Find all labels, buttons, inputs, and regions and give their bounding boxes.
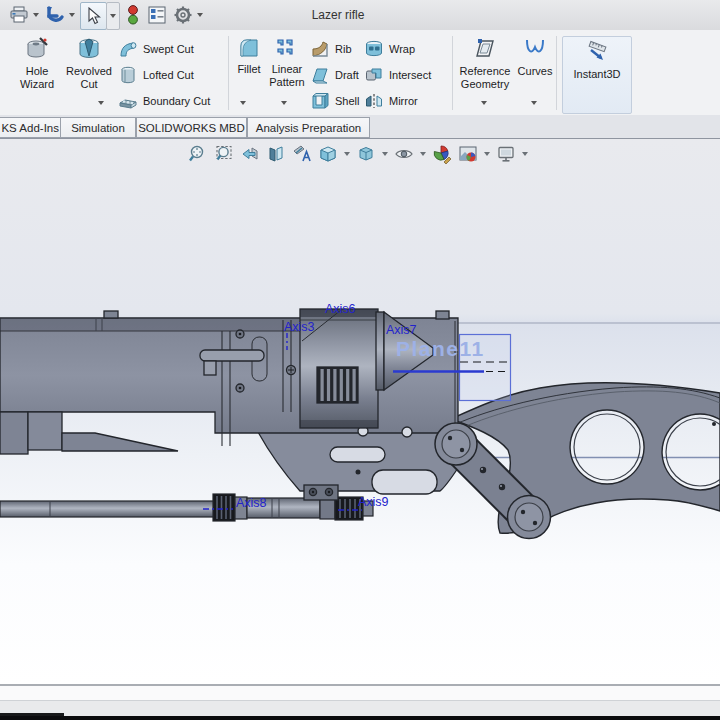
curves-button[interactable]: Curves	[516, 36, 554, 110]
boundary-cut-label: Boundary Cut	[143, 95, 210, 107]
options-button[interactable]	[172, 4, 194, 26]
mirror-icon	[364, 91, 384, 111]
linear-pattern-flyout-arrow[interactable]	[281, 101, 287, 105]
zoom-to-fit-button[interactable]	[186, 142, 210, 166]
heads-up-view-toolbar	[186, 141, 530, 167]
undo-button[interactable]	[44, 4, 66, 26]
draft-label: Draft	[335, 69, 359, 81]
extruded-cut-button-clipped[interactable]: ed	[0, 36, 12, 110]
design-binder-icon	[147, 5, 167, 25]
ribbon-separator	[228, 36, 229, 110]
view-orientation-button[interactable]	[316, 142, 340, 166]
swept-cut-button[interactable]: Swept Cut	[118, 38, 224, 60]
rib-label: Rib	[335, 43, 352, 55]
axis9-annotation[interactable]: Axis9	[358, 495, 389, 509]
axis8-annotation[interactable]: Axis8	[236, 496, 267, 510]
tab-analysis-preparation[interactable]: Analysis Preparation	[247, 117, 370, 138]
axis7-annotation[interactable]: Axis7	[386, 323, 417, 337]
swept-cut-icon	[118, 39, 138, 59]
title-bar: Lazer rifle	[0, 0, 720, 31]
tab-simulation[interactable]: Simulation	[60, 117, 136, 138]
edit-appearance-icon	[432, 144, 452, 164]
fillet-label: Fillet	[237, 63, 260, 76]
shell-button[interactable]: Shell	[310, 90, 360, 112]
dynamic-annotation-views-button[interactable]	[290, 142, 314, 166]
design-binder-button[interactable]	[146, 4, 168, 26]
view-settings-button[interactable]	[494, 142, 518, 166]
wrap-label: Wrap	[389, 43, 415, 55]
model-laser-rifle[interactable]: Plane11 Axis6 Axis3 Axis7 Axis8 Axis9	[0, 139, 720, 684]
reference-geometry-flyout-arrow[interactable]	[481, 101, 487, 105]
hide-show-items-dropdown[interactable]	[418, 142, 428, 166]
linear-pattern-button[interactable]: Linear Pattern	[266, 36, 308, 110]
draft-button[interactable]: Draft	[310, 64, 360, 86]
edit-appearance-button[interactable]	[430, 142, 454, 166]
plane11-annotation[interactable]: Plane11	[396, 337, 485, 360]
gear-icon	[173, 5, 193, 25]
lower-bar	[0, 700, 720, 717]
section-view-button[interactable]	[264, 142, 288, 166]
mirror-label: Mirror	[389, 95, 418, 107]
tab-solidworks-mbd[interactable]: SOLIDWORKS MBD	[136, 117, 247, 138]
zoom-to-area-button[interactable]	[212, 142, 236, 166]
shell-icon	[310, 91, 330, 111]
view-orientation-dropdown[interactable]	[342, 142, 352, 166]
previous-view-icon	[240, 144, 260, 164]
fillet-button[interactable]: Fillet	[231, 36, 267, 110]
trigger-frame[interactable]	[258, 432, 458, 500]
lofted-cut-label: Lofted Cut	[143, 69, 194, 81]
wrap-button[interactable]: Wrap	[364, 38, 448, 60]
select-cursor-icon	[86, 7, 102, 25]
hide-show-items-button[interactable]	[392, 142, 416, 166]
apply-scene-dropdown[interactable]	[482, 142, 492, 166]
axis6-annotation[interactable]: Axis6	[325, 302, 356, 316]
undo-dropdown[interactable]	[66, 4, 77, 26]
fillet-flyout-arrow[interactable]	[240, 101, 246, 105]
instant3d-label: Instant3D	[573, 68, 620, 81]
graphics-viewport[interactable]: Plane11 Axis6 Axis3 Axis7 Axis8 Axis9	[0, 139, 720, 684]
previous-view-button[interactable]	[238, 142, 262, 166]
zoom-to-area-icon	[214, 144, 234, 164]
instant3d-button[interactable]: Instant3D	[562, 36, 632, 114]
tab-solidworks-add-ins[interactable]: KS Add-Ins	[0, 117, 66, 138]
swept-cut-label: Swept Cut	[143, 43, 194, 55]
intersect-icon	[364, 65, 384, 85]
curves-flyout-arrow[interactable]	[531, 101, 537, 105]
reference-geometry-button[interactable]: Reference Geometry	[456, 36, 514, 110]
annotation-views-icon	[292, 144, 312, 164]
command-manager-ribbon: ed Hole Wizard Revolved Cut	[0, 30, 720, 116]
options-dropdown[interactable]	[194, 4, 205, 26]
print-button[interactable]	[8, 4, 30, 26]
axis3-annotation[interactable]: Axis3	[284, 320, 315, 334]
view-settings-dropdown[interactable]	[520, 142, 530, 166]
linear-pattern-label: Linear Pattern	[265, 63, 309, 88]
display-style-button[interactable]	[354, 142, 378, 166]
tab-label: KS Add-Ins	[1, 122, 59, 134]
status-lights-button[interactable]	[122, 4, 144, 26]
lofted-cut-button[interactable]: Lofted Cut	[118, 64, 224, 86]
view-orientation-icon	[318, 144, 338, 164]
apply-scene-button[interactable]	[456, 142, 480, 166]
tab-label: SOLIDWORKS MBD	[138, 122, 245, 134]
shell-label: Shell	[335, 95, 359, 107]
print-dropdown[interactable]	[30, 4, 41, 26]
ribbon-separator	[452, 36, 453, 110]
select-tool-button[interactable]	[80, 2, 107, 30]
revolved-cut-icon	[76, 36, 102, 62]
rib-button[interactable]: Rib	[310, 38, 360, 60]
eye-icon	[394, 144, 414, 164]
display-style-dropdown[interactable]	[380, 142, 390, 166]
intersect-label: Intersect	[389, 69, 431, 81]
hole-wizard-flyout-arrow[interactable]	[98, 101, 104, 105]
revolved-cut-button[interactable]: Revolved Cut	[63, 36, 115, 110]
tab-label: Simulation	[71, 122, 125, 134]
display-style-icon	[356, 144, 376, 164]
mirror-button[interactable]: Mirror	[364, 90, 448, 112]
boundary-cut-button[interactable]: Boundary Cut	[118, 90, 224, 112]
hole-wizard-button[interactable]: Hole Wizard	[12, 36, 62, 110]
select-tool-dropdown[interactable]	[106, 2, 120, 30]
intersect-button[interactable]: Intersect	[364, 64, 448, 86]
curves-icon	[522, 36, 548, 62]
boundary-cut-icon	[118, 91, 138, 111]
status-lights-icon	[126, 4, 140, 26]
